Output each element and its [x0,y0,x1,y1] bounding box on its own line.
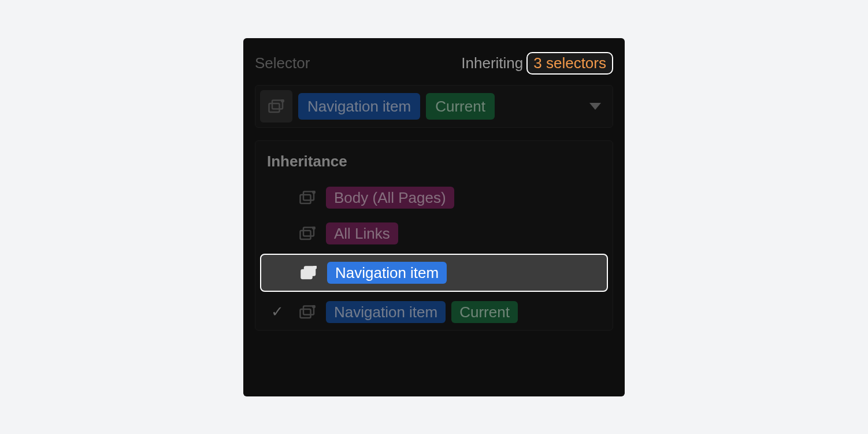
row-icon [296,227,319,240]
inheriting-wrap: Inheriting 3 selectors [461,52,613,75]
svg-point-2 [281,99,284,103]
inheritance-tag[interactable]: Current [451,301,518,323]
row-tags: Navigation item [327,262,601,284]
selector-label: Selector [255,54,310,72]
class-tag[interactable]: Navigation item [298,93,420,120]
inheritance-title: Inheritance [255,141,613,180]
chevron-down-icon [589,103,601,110]
svg-point-5 [312,191,316,194]
inheritance-row[interactable]: Body (All Pages) [255,180,613,216]
inheriting-count-badge[interactable]: 3 selectors [526,52,613,75]
inheriting-label: Inheriting [461,54,523,72]
inheritance-tag[interactable]: All Links [326,222,398,244]
state-tag[interactable]: Current [426,93,495,120]
inheritance-tag[interactable]: Navigation item [327,262,447,284]
inheritance-tag[interactable]: Navigation item [326,301,446,323]
inheritance-panel: Inheritance Body (All Pages)All LinksNav… [255,140,613,331]
svg-rect-3 [301,195,311,203]
row-icon [296,305,319,319]
selector-dropdown-button[interactable] [583,90,608,123]
check-icon: ✓ [271,303,284,321]
layer-icon [268,99,284,113]
svg-point-11 [313,266,317,269]
inheritance-row[interactable]: ✓Navigation itemCurrent [255,294,613,330]
selector-panel: Selector Inheriting 3 selectors Navigati… [243,38,625,396]
selector-input-bar[interactable]: Navigation item Current [255,85,613,128]
svg-rect-6 [301,231,311,239]
row-tags: Body (All Pages) [326,187,602,209]
layer-icon [301,266,317,280]
row-icon [296,191,319,205]
selector-type-button[interactable] [260,90,292,123]
layer-icon [299,191,316,205]
svg-rect-0 [269,103,280,112]
row-check: ✓ [266,303,289,321]
svg-rect-12 [301,309,311,318]
selector-header: Selector Inheriting 3 selectors [255,52,613,75]
inheritance-tag[interactable]: Body (All Pages) [326,187,454,209]
row-tags: Navigation itemCurrent [326,301,602,323]
row-icon [297,266,320,280]
layer-icon [299,227,316,240]
layer-icon [299,305,316,319]
svg-point-8 [312,227,316,230]
svg-point-14 [312,305,316,309]
inheritance-row[interactable]: All Links [255,216,613,251]
inheritance-row[interactable]: Navigation item [260,254,608,292]
row-tags: All Links [326,222,602,244]
